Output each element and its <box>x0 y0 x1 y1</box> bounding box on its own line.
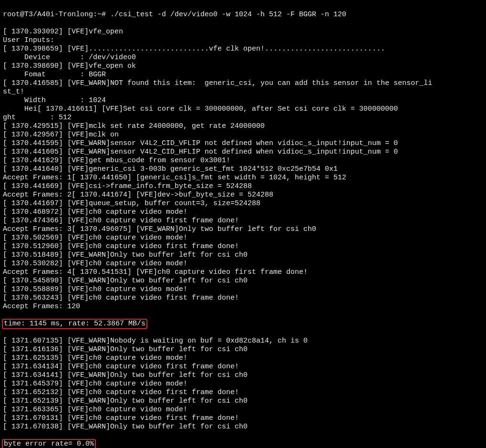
log-line: [ 1370.518489] [VFE_WARN]Only two buffer… <box>3 251 483 260</box>
log-line: [ 1371.670138] [VFE_WARN]Only two buffer… <box>3 423 483 431</box>
log-line: Accept Frames: 1[ 1370.441650] [generic_… <box>3 174 483 182</box>
log-line: User Inputs: <box>3 36 483 45</box>
log-line: Accept Frames: 120 <box>3 302 483 311</box>
highlight-rate-line: time: 1145 ms, rate: 52.3867 MB/s <box>2 319 147 329</box>
log-line: [ 1370.441640] [VFE]generic_csi 3-003b g… <box>3 165 483 174</box>
log-line: [ 1370.441595] [VFE_WARN]sensor V4L2_CID… <box>3 139 483 148</box>
log-line: [ 1370.393092] [VFE]vfe_open <box>3 28 483 36</box>
log-block-b: [ 1371.607135] [VFE_WARN]Nobody is waiti… <box>3 337 483 431</box>
log-line: [ 1370.429515] [VFE]mclk set rate 240000… <box>3 122 483 131</box>
log-line: [ 1370.398659] [VFE]....................… <box>3 45 483 53</box>
log-line: st_t! <box>3 88 483 96</box>
log-line: [ 1370.416585] [VFE_WARN]NOT found this … <box>3 79 483 88</box>
log-line: [ 1370.398690] [VFE]vfe_open ok <box>3 62 483 71</box>
log-line: [ 1370.530282] [VFE]ch0 capture video mo… <box>3 260 483 268</box>
log-line: [ 1370.545890] [VFE_WARN]Only two buffer… <box>3 277 483 285</box>
log-line: [ 1371.634134] [VFE]ch0 capture video fi… <box>3 363 483 371</box>
log-block-a: [ 1370.393092] [VFE]vfe_openUser Inputs:… <box>3 28 483 311</box>
log-line: ght : 512 <box>3 114 483 122</box>
log-line: [ 1371.625135] [VFE]ch0 capture video mo… <box>3 354 483 363</box>
log-line: [ 1370.441697] [VFE]queue_setup, buffer … <box>3 199 483 208</box>
log-line: [ 1371.652132] [VFE]ch0 capture video fi… <box>3 388 483 397</box>
log-line: Hei[ 1370.416611] [VFE]Set csi core clk … <box>3 105 483 114</box>
log-line: [ 1371.645379] [VFE]ch0 capture video mo… <box>3 380 483 388</box>
log-line: [ 1370.441629] [VFE]get mbus_code from s… <box>3 156 483 165</box>
log-line: Accept Frames: 2[ 1370.441674] [VFE]dev-… <box>3 191 483 199</box>
log-line: Accept Frames: 4[ 1370.541531] [VFE]ch0 … <box>3 268 483 277</box>
log-line: [ 1370.441669] [VFE]csi->frame_info.frm_… <box>3 182 483 191</box>
highlight-error-rate-line: byte error rate= 0.0% <box>2 439 96 448</box>
log-line: [ 1371.616136] [VFE_WARN]Only two buffer… <box>3 345 483 354</box>
shell-prompt-command: root@T3/A40i-Tronlong:~# ./csi_test -d /… <box>3 10 483 19</box>
log-line: [ 1371.663365] [VFE]ch0 capture video mo… <box>3 406 483 414</box>
log-line: [ 1370.441605] [VFE_WARN]sensor V4L2_CID… <box>3 148 483 156</box>
log-line: [ 1371.670131] [VFE]ch0 capture video fi… <box>3 414 483 423</box>
log-line: [ 1371.607135] [VFE_WARN]Nobody is waiti… <box>3 337 483 345</box>
log-line: [ 1370.429567] [VFE]mclk on <box>3 131 483 139</box>
log-line: Device : /dev/video0 <box>3 53 483 62</box>
terminal-output[interactable]: root@T3/A40i-Tronlong:~# ./csi_test -d /… <box>3 2 483 448</box>
log-line: [ 1371.634141] [VFE_WARN]Only two buffer… <box>3 371 483 380</box>
log-line: Accept Frames: 3[ 1370.496075] [VFE_WARN… <box>3 225 483 234</box>
log-line: [ 1370.512960] [VFE]ch0 capture video fi… <box>3 242 483 251</box>
log-line: [ 1370.468972] [VFE]ch0 capture video mo… <box>3 208 483 217</box>
log-line: [ 1370.563243] [VFE]ch0 capture video fi… <box>3 294 483 302</box>
log-line: [ 1370.558889] [VFE]ch0 capture video mo… <box>3 285 483 294</box>
log-line: Width : 1024 <box>3 96 483 105</box>
log-line: [ 1371.652139] [VFE_WARN]Only two buffer… <box>3 397 483 406</box>
log-line: [ 1370.502569] [VFE]ch0 capture video mo… <box>3 234 483 242</box>
log-line: Fomat : BGGR <box>3 71 483 79</box>
log-line: [ 1370.474366] [VFE]ch0 capture video fi… <box>3 217 483 225</box>
